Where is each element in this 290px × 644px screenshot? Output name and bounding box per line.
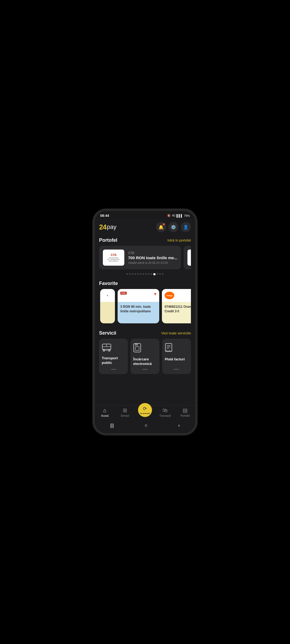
services-link[interactable]: Vezi toate serviciile	[161, 331, 191, 335]
stb-logo-text: STB	[107, 253, 120, 257]
dot-6	[140, 273, 142, 275]
network-icon: ▌▌▌	[177, 214, 183, 217]
services-section-header: Servicii Vezi toate serviciile	[99, 330, 191, 336]
wallet-title: Portofel	[99, 237, 117, 243]
dot-9	[148, 273, 150, 275]
signal-icon: 4G	[172, 214, 175, 217]
stb-badge: STB	[120, 292, 127, 295]
services-grid: Transport public Încărcare e	[99, 339, 191, 374]
dot-5	[137, 273, 139, 275]
bag-icon: 🛍	[162, 407, 168, 414]
heart-icon-stb[interactable]: ♥	[154, 292, 157, 297]
svg-rect-9	[135, 347, 139, 350]
dot-13	[159, 273, 161, 275]
nav-scan[interactable]: ⟳ Scanează	[135, 407, 155, 417]
service-card-bills[interactable]: Plată facturi	[162, 339, 191, 374]
app-logo: 24 pay	[99, 223, 116, 231]
fav-card-orange-text: 0746921211 Orange Credit 3 €	[165, 305, 191, 314]
sys-home-btn[interactable]: ○	[139, 422, 153, 429]
status-bar: 08:44 🔇 4G ▌▌▌ 79%	[95, 211, 195, 219]
fav-card-stb-text: 3 RON 90 min. toate liniile metropolitan…	[120, 305, 157, 314]
header: 24 pay 🔔 ⚙️ 👤	[95, 219, 195, 235]
wallet-card-logo: STB SOCIETATEADE TRANSPORTBUCUREȘTI	[103, 250, 124, 266]
settings-button[interactable]: ⚙️	[168, 222, 179, 232]
service-label-bills: Plată facturi	[165, 357, 185, 362]
mute-icon: 🔇	[167, 214, 171, 217]
nav-home[interactable]: ⌂ Acasă	[95, 407, 115, 417]
dot-2	[129, 273, 131, 275]
battery-icon: 79%	[184, 214, 190, 217]
app-content: 24 pay 🔔 ⚙️ 👤 Portofel Intră în por	[95, 219, 195, 405]
bus-icon	[102, 343, 111, 353]
wallet-section: Portofel Intră în portofel STB SOCIETATE…	[95, 235, 195, 277]
service-indicator-electronic	[142, 369, 148, 370]
wallet-card-logo-2: STB	[187, 250, 191, 266]
orange-logo: orange	[165, 292, 174, 299]
fav-card-orange-top: orange ♥	[162, 289, 191, 302]
notification-dot	[163, 223, 165, 225]
service-indicator-bills	[174, 369, 179, 370]
service-label-transport: Transport public	[102, 356, 125, 365]
bottom-nav: ⌂ Acasă ⊞ Servicii ⟳ Scanează 🛍 Tranzacț…	[95, 405, 195, 419]
service-card-electronic[interactable]: Încărcare electronică	[130, 339, 159, 374]
wallet-card-title: 700 RON toate liniile me...	[128, 255, 177, 260]
header-icons: 🔔 ⚙️ 👤	[156, 222, 191, 232]
fav-card-stb-bottom: 3 RON 90 min. toate liniile metropolitan…	[118, 302, 159, 323]
dot-12	[157, 273, 158, 275]
wallet-icon: ▤	[183, 407, 188, 414]
nav-transactions[interactable]: 🛍 Tranzacții	[155, 407, 175, 417]
dot-1	[126, 273, 128, 275]
notification-button[interactable]: 🔔	[156, 222, 166, 232]
fav-card-stb-top: STB ♥	[118, 289, 159, 302]
profile-button[interactable]: 👤	[181, 222, 191, 232]
sys-back-btn[interactable]: |||	[105, 422, 119, 429]
receipt-icon	[165, 343, 172, 354]
wallet-link[interactable]: Intră în portofel	[168, 238, 191, 242]
status-time: 08:44	[100, 214, 109, 218]
service-card-transport[interactable]: Transport public	[99, 339, 128, 374]
nav-services-label: Servicii	[121, 414, 129, 417]
scan-label: Scanează	[140, 412, 150, 415]
wallet-scroll[interactable]: STB SOCIETATEADE TRANSPORTBUCUREȘTI STB …	[99, 246, 191, 271]
partial-bottom	[100, 302, 115, 323]
logo-text: pay	[107, 224, 116, 230]
dot-10	[151, 273, 152, 275]
nav-wallet[interactable]: ▤ Portofel	[175, 407, 195, 417]
favorites-title: Favorite	[99, 281, 118, 286]
home-icon: ⌂	[103, 407, 106, 414]
partial-fav-card[interactable]: ♥	[100, 289, 115, 323]
dot-11-active	[153, 273, 155, 275]
wallet-card[interactable]: STB SOCIETATEADE TRANSPORTBUCUREȘTI STB …	[99, 246, 181, 269]
status-icons: 🔇 4G ▌▌▌ 79%	[167, 214, 190, 217]
dot-7	[143, 273, 144, 275]
nav-transactions-label: Tranzacții	[159, 414, 171, 417]
gear-icon: ⚙️	[171, 225, 176, 230]
fav-card-orange-bottom: 0746921211 Orange Credit 3 €	[162, 302, 191, 323]
dot-3	[132, 273, 133, 275]
sim-icon	[133, 343, 141, 354]
user-icon: 👤	[183, 225, 189, 230]
fav-card-orange[interactable]: orange ♥ 0746921211 Orange Credit 3 €	[162, 289, 191, 323]
logo-number: 24	[99, 223, 106, 231]
scan-icon: ⟳	[143, 406, 147, 412]
dot-14	[162, 273, 164, 275]
dot-4	[135, 273, 136, 275]
svg-rect-13	[165, 343, 172, 352]
wallet-section-header: Portofel Intră în portofel	[99, 237, 191, 243]
favorites-section-header: Favorite	[99, 281, 191, 286]
wallet-card-validity: Valabil până la 28.06.24 23:59	[128, 261, 177, 264]
wallet-card-provider: STB	[128, 251, 177, 255]
sys-recents-btn[interactable]: ‹	[173, 422, 185, 429]
grid-icon: ⊞	[123, 407, 127, 414]
wallet-card-2[interactable]: STB	[184, 246, 191, 269]
favorites-scroll[interactable]: ♥ STB ♥ 3 RON 90 min. toate liniile metr…	[99, 289, 191, 325]
service-indicator-transport	[111, 369, 116, 370]
fav-card-stb[interactable]: STB ♥ 3 RON 90 min. toate liniile metrop…	[118, 289, 159, 323]
scan-button[interactable]: ⟳ Scanează	[138, 403, 152, 417]
nav-services[interactable]: ⊞ Servicii	[115, 407, 135, 417]
dot-8	[145, 273, 147, 275]
services-title: Servicii	[99, 330, 116, 336]
service-label-electronic: Încărcare electronică	[133, 357, 157, 366]
favorites-section: Favorite ♥ STB ♥ 3 RON 90	[95, 279, 195, 326]
nav-wallet-label: Portofel	[180, 414, 190, 417]
